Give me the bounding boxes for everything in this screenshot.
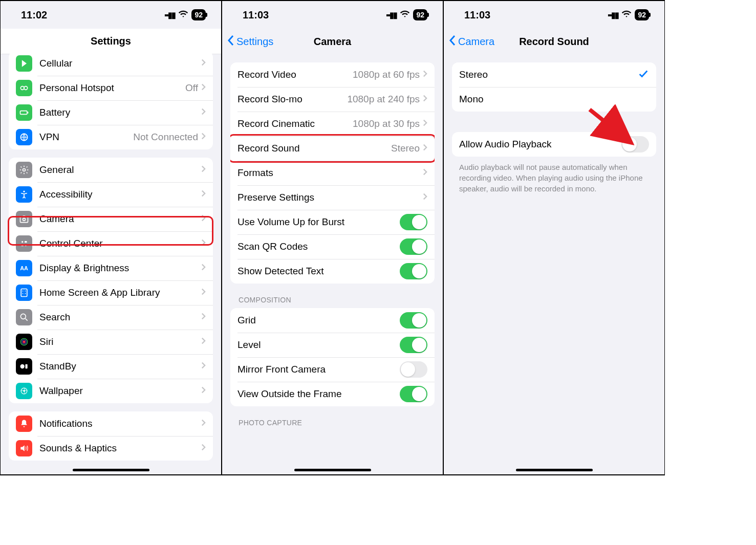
signal-icon: ▪▪▮▮ [608, 10, 618, 20]
row-sounds[interactable]: Sounds & Haptics [9, 436, 213, 461]
row-control-center[interactable]: Control Center [9, 231, 213, 256]
row-record-sound[interactable]: Record Sound Stereo [230, 136, 435, 161]
status-time: 11:03 [464, 9, 490, 21]
nav-bar: Settings Camera [222, 29, 443, 54]
row-camera[interactable]: Camera [9, 207, 213, 231]
cellular-icon [16, 55, 32, 72]
settings-group: Grid Level Mirror Front Camera View Outs… [230, 308, 435, 406]
row-search[interactable]: Search [9, 305, 213, 330]
chevron-right-icon [423, 94, 427, 104]
row-scan-qr[interactable]: Scan QR Codes [230, 234, 435, 259]
svg-point-1 [24, 86, 28, 90]
row-preserve-settings[interactable]: Preserve Settings [230, 185, 435, 210]
group-header-composition: COMPOSITION [239, 296, 426, 304]
chevron-right-icon [201, 337, 206, 347]
row-accessibility[interactable]: Accessibility [9, 182, 213, 207]
speaker-icon [16, 440, 32, 456]
standby-icon [16, 358, 32, 375]
svg-point-23 [23, 341, 26, 343]
toggle-scan-qr[interactable] [400, 238, 427, 255]
option-mono[interactable]: Mono [452, 87, 656, 112]
accessibility-icon [16, 186, 32, 203]
chevron-right-icon [201, 58, 206, 69]
row-notifications[interactable]: Notifications [9, 411, 213, 436]
status-right: ▪▪▮▮ 92 [386, 9, 427, 21]
home-indicator[interactable] [294, 469, 371, 471]
chevron-right-icon [423, 70, 427, 80]
chevron-left-icon [449, 35, 458, 49]
siri-icon [16, 334, 32, 350]
row-mirror-front[interactable]: Mirror Front Camera [230, 357, 435, 382]
row-battery[interactable]: Battery [9, 100, 213, 125]
chevron-right-icon [201, 263, 206, 273]
back-button[interactable]: Settings [227, 35, 273, 49]
svg-point-17 [23, 293, 24, 294]
camera-icon [16, 211, 32, 227]
row-wallpaper[interactable]: Wallpaper [9, 379, 213, 403]
row-standby[interactable]: StandBy [9, 354, 213, 379]
row-grid[interactable]: Grid [230, 308, 435, 333]
row-volume-burst[interactable]: Use Volume Up for Burst [230, 210, 435, 234]
toggle-allow-playback[interactable] [621, 136, 649, 152]
status-bar: 11:03 ▪▪▮▮ 92 [444, 1, 664, 29]
option-stereo[interactable]: Stereo [452, 62, 656, 87]
row-allow-playback[interactable]: Allow Audio Playback [452, 132, 656, 157]
svg-point-6 [23, 191, 25, 192]
toggle-detected-text[interactable] [400, 263, 427, 279]
chevron-right-icon [423, 119, 427, 129]
phone-settings: 11:02 ▪▪▮▮ 92 Settings Cellular Personal… [0, 0, 222, 475]
toggle-volume-burst[interactable] [400, 214, 427, 230]
chevron-right-icon [201, 189, 206, 200]
row-hotspot[interactable]: Personal Hotspot Off [9, 76, 213, 100]
row-display[interactable]: AA Display & Brightness [9, 256, 213, 280]
back-button[interactable]: Camera [449, 35, 494, 49]
vpn-icon [16, 129, 32, 145]
row-cellular[interactable]: Cellular [9, 51, 213, 76]
row-level[interactable]: Level [230, 333, 435, 357]
chevron-right-icon [201, 419, 206, 429]
group-header-photo-capture: PHOTO CAPTURE [239, 419, 426, 427]
home-indicator[interactable] [516, 469, 593, 471]
settings-group: Record Video 1080p at 60 fps Record Slo-… [230, 62, 435, 284]
settings-group: Cellular Personal Hotspot Off Battery VP… [9, 51, 213, 149]
phone-record-sound: 11:03 ▪▪▮▮ 92 Camera Record Sound Stereo… [443, 0, 665, 475]
chevron-right-icon [201, 107, 206, 118]
row-formats[interactable]: Formats [230, 161, 435, 185]
row-record-video[interactable]: Record Video 1080p at 60 fps [230, 62, 435, 87]
display-icon: AA [16, 260, 32, 276]
row-siri[interactable]: Siri [9, 330, 213, 354]
wifi-icon [400, 9, 410, 21]
toggle-grid[interactable] [400, 312, 427, 329]
chevron-right-icon [201, 386, 206, 396]
row-record-cinematic[interactable]: Record Cinematic 1080p at 30 fps [230, 112, 435, 136]
row-view-outside[interactable]: View Outside the Frame [230, 382, 435, 406]
phone-camera-settings: 11:03 ▪▪▮▮ 92 Settings Camera Record Vid… [222, 0, 443, 475]
chevron-right-icon [201, 361, 206, 372]
bell-icon [16, 416, 32, 432]
row-vpn[interactable]: VPN Not Connected [9, 125, 213, 149]
chevron-right-icon [201, 214, 206, 224]
svg-text:AA: AA [20, 265, 28, 271]
row-record-slomo[interactable]: Record Slo-mo 1080p at 240 fps [230, 87, 435, 112]
settings-group: General Accessibility Camera Control Cen… [9, 158, 213, 403]
toggle-view-outside[interactable] [400, 386, 427, 402]
svg-rect-2 [20, 111, 27, 115]
nav-bar: Settings [1, 29, 221, 54]
svg-rect-25 [26, 364, 28, 368]
svg-point-5 [23, 169, 26, 171]
signal-icon: ▪▪▮▮ [164, 10, 175, 20]
toggle-mirror-front[interactable] [400, 361, 427, 378]
chevron-right-icon [201, 443, 206, 453]
row-home-screen[interactable]: Home Screen & App Library [9, 280, 213, 305]
row-detected-text[interactable]: Show Detected Text [230, 259, 435, 284]
camera-settings-list[interactable]: Record Video 1080p at 60 fps Record Slo-… [222, 54, 443, 474]
settings-list[interactable]: Cellular Personal Hotspot Off Battery VP… [1, 51, 221, 474]
home-indicator[interactable] [73, 469, 149, 471]
row-general[interactable]: General [9, 158, 213, 182]
record-sound-list[interactable]: Stereo Mono Allow Audio Playback Audio p… [444, 54, 664, 474]
status-bar: 11:02 ▪▪▮▮ 92 [1, 1, 221, 29]
signal-icon: ▪▪▮▮ [386, 10, 397, 20]
chevron-left-icon [227, 35, 236, 49]
svg-point-0 [20, 86, 24, 90]
toggle-level[interactable] [400, 337, 427, 353]
